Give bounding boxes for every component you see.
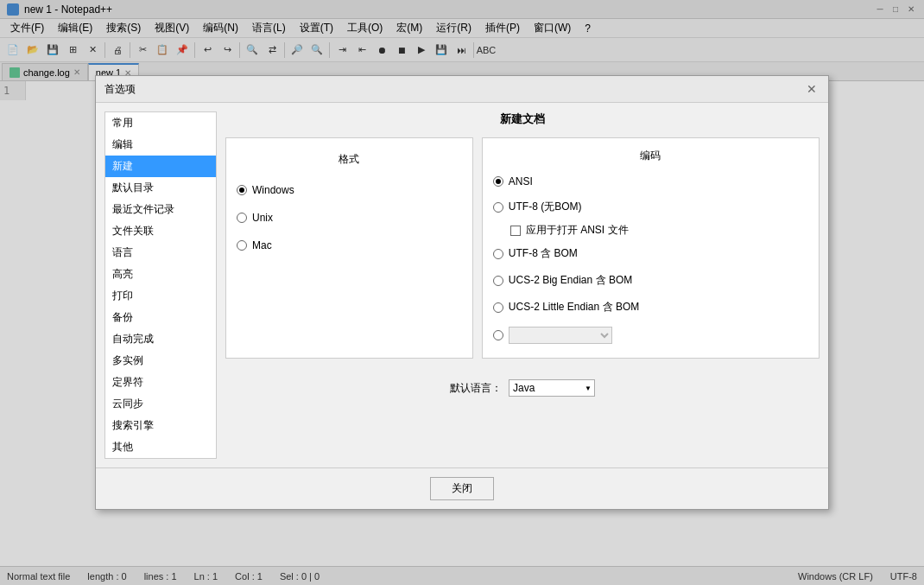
apply-ansi-row[interactable]: 应用于打开 ANSI 文件 bbox=[510, 223, 808, 238]
format-section-title: 格式 bbox=[237, 152, 462, 167]
encoding-other-select[interactable] bbox=[509, 327, 612, 344]
encoding-utf8bom-label: UTF-8 含 BOM bbox=[509, 246, 578, 261]
nav-item-multi-instance[interactable]: 多实例 bbox=[105, 350, 216, 372]
modal-overlay: 首选项 ✕ 常用 编辑 新建 默认目录 最近文件记录 文件关联 语言 高亮 打印… bbox=[0, 0, 924, 585]
encoding-utf8nobom-label: UTF-8 (无BOM) bbox=[509, 200, 582, 214]
encoding-ucs2be-radio[interactable] bbox=[493, 276, 503, 286]
dialog-content: 新建文档 格式 Windows Unix bbox=[225, 111, 820, 459]
format-mac-row[interactable]: Mac bbox=[237, 239, 462, 251]
dialog-footer: 关闭 bbox=[96, 467, 828, 509]
format-mac-label: Mac bbox=[252, 239, 272, 251]
format-unix-row[interactable]: Unix bbox=[237, 212, 462, 224]
encoding-ansi-radio[interactable] bbox=[493, 176, 503, 187]
dialog-body: 常用 编辑 新建 默认目录 最近文件记录 文件关联 语言 高亮 打印 备份 自动… bbox=[96, 103, 828, 467]
dialog-title-text: 首选项 bbox=[104, 82, 136, 97]
encoding-ucs2le-label: UCS-2 Little Endian 含 BOM bbox=[509, 300, 639, 315]
nav-item-edit[interactable]: 编辑 bbox=[105, 134, 216, 156]
default-lang-row: 默认语言： Normal text Java C++ Python HTML bbox=[225, 372, 820, 404]
encoding-ansi-label: ANSI bbox=[509, 175, 533, 188]
nav-item-backup[interactable]: 备份 bbox=[105, 307, 216, 328]
nav-item-cloud[interactable]: 云同步 bbox=[105, 393, 216, 415]
encoding-other-row[interactable] bbox=[493, 327, 808, 344]
nav-item-recent-files[interactable]: 最近文件记录 bbox=[105, 199, 216, 220]
nav-item-new[interactable]: 新建 bbox=[105, 156, 216, 177]
preferences-dialog: 首选项 ✕ 常用 编辑 新建 默认目录 最近文件记录 文件关联 语言 高亮 打印… bbox=[95, 75, 829, 510]
nav-item-print[interactable]: 打印 bbox=[105, 285, 216, 307]
encoding-utf8nobom-row[interactable]: UTF-8 (无BOM) bbox=[493, 200, 808, 214]
dialog-title-bar: 首选项 ✕ bbox=[96, 76, 828, 103]
nav-item-file-assoc[interactable]: 文件关联 bbox=[105, 220, 216, 242]
dialog-close-btn[interactable]: 关闭 bbox=[430, 477, 494, 500]
encoding-utf8bom-row[interactable]: UTF-8 含 BOM bbox=[493, 246, 808, 261]
nav-item-delimiter[interactable]: 定界符 bbox=[105, 372, 216, 393]
encoding-other-radio[interactable] bbox=[493, 330, 503, 340]
dialog-nav: 常用 编辑 新建 默认目录 最近文件记录 文件关联 语言 高亮 打印 备份 自动… bbox=[104, 111, 217, 459]
lang-select-wrapper: Normal text Java C++ Python HTML bbox=[509, 379, 595, 397]
format-windows-radio[interactable] bbox=[237, 185, 247, 195]
content-main-row: 格式 Windows Unix Mac bbox=[225, 137, 820, 359]
nav-item-other[interactable]: 其他 bbox=[105, 436, 216, 458]
content-title: 新建文档 bbox=[225, 111, 820, 127]
encoding-utf8bom-radio[interactable] bbox=[493, 249, 503, 259]
default-lang-select[interactable]: Normal text Java C++ Python HTML bbox=[509, 379, 595, 397]
nav-item-autocomplete[interactable]: 自动完成 bbox=[105, 328, 216, 350]
encoding-ucs2be-row[interactable]: UCS-2 Big Endian 含 BOM bbox=[493, 273, 808, 288]
nav-item-search-engine[interactable]: 搜索引擎 bbox=[105, 415, 216, 436]
apply-ansi-checkbox[interactable] bbox=[510, 226, 521, 236]
encoding-section-title: 编码 bbox=[493, 149, 808, 163]
format-section: 格式 Windows Unix Mac bbox=[225, 137, 473, 359]
encoding-ansi-row[interactable]: ANSI bbox=[493, 175, 808, 188]
nav-item-default-dir[interactable]: 默认目录 bbox=[105, 177, 216, 199]
nav-item-language[interactable]: 语言 bbox=[105, 242, 216, 264]
encoding-ucs2le-radio[interactable] bbox=[493, 302, 503, 313]
encoding-utf8nobom-radio[interactable] bbox=[493, 202, 503, 213]
encoding-ucs2be-label: UCS-2 Big Endian 含 BOM bbox=[509, 273, 632, 288]
format-mac-radio[interactable] bbox=[237, 240, 247, 251]
format-unix-radio[interactable] bbox=[237, 213, 247, 223]
default-lang-label: 默认语言： bbox=[450, 381, 502, 396]
encoding-ucs2le-row[interactable]: UCS-2 Little Endian 含 BOM bbox=[493, 300, 808, 315]
format-windows-row[interactable]: Windows bbox=[237, 184, 462, 196]
apply-ansi-label: 应用于打开 ANSI 文件 bbox=[526, 223, 629, 238]
dialog-close-button[interactable]: ✕ bbox=[804, 81, 820, 97]
format-windows-label: Windows bbox=[252, 184, 294, 196]
encoding-section: 编码 ANSI UTF-8 (无BOM) 应用于打开 ANSI 文件 bbox=[482, 137, 820, 359]
nav-item-general[interactable]: 常用 bbox=[105, 112, 216, 134]
format-unix-label: Unix bbox=[252, 212, 273, 224]
nav-item-highlight[interactable]: 高亮 bbox=[105, 264, 216, 285]
